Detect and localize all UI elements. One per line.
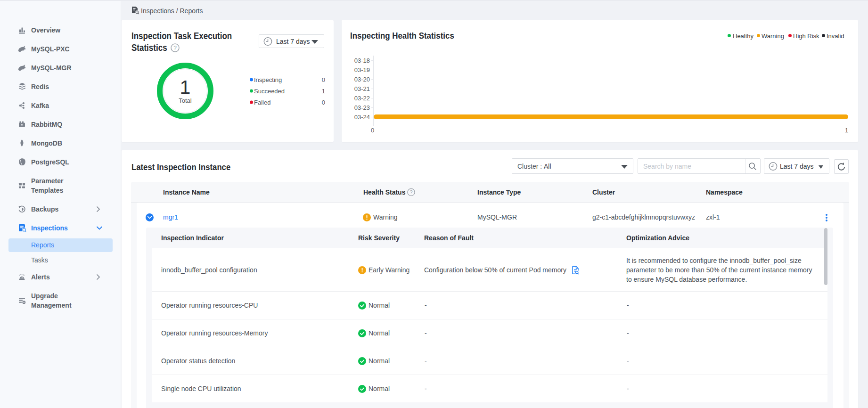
svg-text:?: ? — [410, 189, 413, 195]
svg-text:?: ? — [173, 45, 177, 51]
